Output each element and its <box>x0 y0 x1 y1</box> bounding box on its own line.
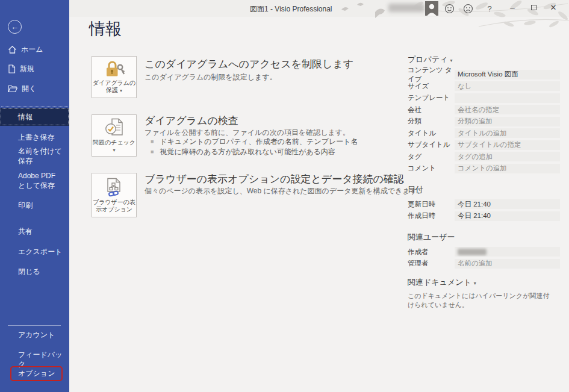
sidebar-item-label: オプション <box>18 369 55 378</box>
sidebar-item-save-as[interactable]: 名前を付けて保存 <box>0 146 69 166</box>
sidebar-item-save[interactable]: 上書き保存 <box>0 132 69 142</box>
chevron-down-icon: ▾ <box>113 148 115 153</box>
window-title: 図面1 - Visio Professional <box>250 4 332 14</box>
sidebar-item-export[interactable]: エクスポート <box>0 247 69 257</box>
chevron-down-icon: ▾ <box>450 58 453 63</box>
sidebar-item-account[interactable]: アカウント <box>0 330 69 340</box>
inspect-bullet-list: ■ ドキュメントのプロパティ、作成者の名前、テンプレート名 ■ 視覚に障碍のある… <box>151 137 358 157</box>
smiley-icon <box>444 4 455 14</box>
property-label: 分類 <box>408 117 455 126</box>
property-value-subtitle[interactable]: サブタイトルの指定 <box>455 140 560 150</box>
visio-backstage-window: 図面1 - Visio Professional ? – ✕ ← <box>0 0 569 392</box>
property-row: 分類分類の追加 <box>408 116 560 128</box>
property-label: 管理者 <box>408 259 455 268</box>
property-label: コンテンツ タイプ <box>408 66 455 84</box>
property-row: コメントコメントの追加 <box>408 163 560 175</box>
property-row: 会社会社名の指定 <box>408 104 560 116</box>
sidebar-item-new[interactable]: 新規 <box>0 64 69 73</box>
property-row: サブタイトルサブタイトルの指定 <box>408 139 560 151</box>
help-icon[interactable]: ? <box>485 3 494 14</box>
section-heading-inspect: ダイアグラムの検査 <box>145 114 238 128</box>
bullet-text: ドキュメントのプロパティ、作成者の名前、テンプレート名 <box>160 137 358 147</box>
sidebar-item-label: ホーム <box>21 45 43 54</box>
property-row: 管理者名前の追加 <box>408 258 560 270</box>
sidebar-divider <box>1 106 68 107</box>
feedback-smile-button[interactable] <box>444 3 455 14</box>
property-label: サイズ <box>408 82 455 91</box>
check-for-issues-button[interactable]: 問題のチェック ▾ <box>92 114 137 157</box>
list-item: ■ 視覚に障碍のある方が読み取れない可能性がある内容 <box>151 147 358 157</box>
property-label: テンプレート <box>408 93 455 102</box>
button-label: ブラウザーの表示オプション <box>92 199 136 213</box>
property-value-category[interactable]: 分類の追加 <box>455 117 560 126</box>
related-users-header: 関連ユーザー <box>408 232 560 243</box>
maximize-icon[interactable] <box>529 1 538 13</box>
sidebar-item-close[interactable]: 閉じる <box>0 267 69 276</box>
property-label: 作成者 <box>408 247 455 257</box>
sidebar-item-share[interactable]: 共有 <box>0 226 69 236</box>
annotation-red-box: オプション <box>10 366 63 381</box>
property-label: 会社 <box>408 105 455 114</box>
account-avatar[interactable] <box>425 1 438 16</box>
open-folder-icon <box>8 85 17 93</box>
property-value-title[interactable]: タイトルの追加 <box>455 128 560 138</box>
feedback-frown-button[interactable] <box>462 3 473 14</box>
dates-header: 日付 <box>408 184 560 195</box>
property-label: 作成日時 <box>408 211 455 220</box>
sidebar-item-info-selected[interactable]: 情報 <box>0 108 69 126</box>
minimize-icon[interactable]: – <box>508 1 517 13</box>
property-row: サイズなし <box>408 81 560 93</box>
property-row: 作成日時今日 21:40 <box>408 210 560 222</box>
sidebar-item-options[interactable]: オプション <box>0 366 69 381</box>
property-row: 作成者 <box>408 246 560 258</box>
sidebar-item-home[interactable]: ホーム <box>0 45 69 54</box>
property-value-content-type[interactable]: Microsoft Visio 図面 <box>455 70 560 79</box>
property-row: 更新日時今日 21:40 <box>408 199 560 211</box>
back-button[interactable]: ← <box>8 20 22 34</box>
sidebar-item-save-as-adobe-pdf[interactable]: Adobe PDF として保存 <box>0 171 69 190</box>
property-row: タグタグの追加 <box>408 151 560 163</box>
header-label: 関連ドキュメント <box>408 278 471 287</box>
bullet-text: 視覚に障碍のある方が読み取れない可能性がある内容 <box>160 147 335 157</box>
sidebar-item-print[interactable]: 印刷 <box>0 201 69 210</box>
chevron-down-icon: ▾ <box>120 88 122 93</box>
section-heading-protect: このダイアグラムへのアクセスを制限します <box>145 57 353 71</box>
property-label: タグ <box>408 152 455 161</box>
property-label: タイトル <box>408 129 455 138</box>
square-bullet-icon: ■ <box>151 137 154 147</box>
property-value-company[interactable]: 会社名の指定 <box>455 105 560 114</box>
list-item: ■ ドキュメントのプロパティ、作成者の名前、テンプレート名 <box>151 137 358 147</box>
maximize-box <box>531 5 536 10</box>
property-value-template[interactable] <box>455 93 560 103</box>
protect-diagram-button[interactable]: ダイアグラムの保護 ▾ <box>92 56 137 98</box>
home-icon <box>8 45 17 54</box>
browser-view-options-button[interactable]: ブラウザーの表示オプション <box>92 173 137 217</box>
properties-header[interactable]: プロパティ▾ <box>408 54 560 65</box>
chevron-down-icon: ▾ <box>474 281 476 286</box>
property-value-tags[interactable]: タグの追加 <box>455 152 560 161</box>
property-label: コメント <box>408 164 455 173</box>
property-label: サブタイトル <box>408 140 455 149</box>
sidebar-item-label: 開く <box>22 84 36 93</box>
property-value-comments[interactable]: コメントの追加 <box>455 164 560 173</box>
property-label: 更新日時 <box>408 200 455 209</box>
square-bullet-icon: ■ <box>151 147 154 157</box>
related-documents-header[interactable]: 関連ドキュメント▾ <box>408 277 560 288</box>
section-desc-browser: 個々のページの表示を設定し、Web に保存された図面のデータ更新を構成できます。 <box>145 186 424 196</box>
user-name-redacted <box>388 4 424 12</box>
sidebar-item-open[interactable]: 開く <box>0 84 69 93</box>
document-link-icon <box>105 177 124 198</box>
properties-panel: プロパティ▾ コンテンツ タイプMicrosoft Visio 図面 サイズなし… <box>408 54 560 310</box>
button-label: ダイアグラムの保護 ▾ <box>92 79 136 95</box>
property-value-size[interactable]: なし <box>455 81 560 91</box>
person-icon <box>425 1 438 16</box>
close-icon[interactable]: ✕ <box>549 1 558 13</box>
property-value-manager[interactable]: 名前の追加 <box>455 259 560 269</box>
property-value-author[interactable] <box>455 247 560 257</box>
page-title: 情報 <box>89 18 122 40</box>
sidebar-divider <box>8 325 61 326</box>
property-row: コンテンツ タイプMicrosoft Visio 図面 <box>408 69 560 81</box>
author-name-redacted <box>458 249 487 255</box>
related-documents-note: このドキュメントにはハイパーリンクが関連付けられていません。 <box>408 291 555 310</box>
button-label: 問題のチェック ▾ <box>92 139 136 154</box>
